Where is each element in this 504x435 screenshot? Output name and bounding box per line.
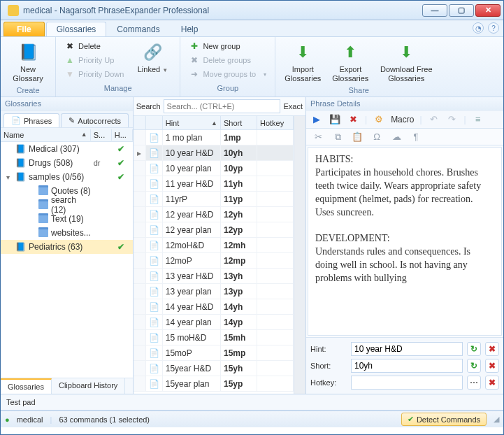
macro-button[interactable]: Macro (391, 115, 414, 124)
paragraph-icon[interactable]: ≡ (472, 113, 484, 126)
bottomtab-glossaries[interactable]: Glossaries (1, 378, 52, 394)
delete-button[interactable]: ✖Delete (62, 40, 127, 52)
grid-row[interactable]: 📄11 year H&D11yh (134, 176, 294, 192)
hint-input[interactable] (351, 342, 463, 356)
cloud-icon[interactable]: ☁ (390, 131, 403, 143)
priority-up-button[interactable]: ▲Priority Up (62, 54, 127, 66)
hotkey-browse-icon[interactable]: ⋯ (467, 376, 481, 390)
grid-row[interactable]: 📄15 moH&D15mh (134, 330, 294, 345)
row-handle[interactable] (134, 161, 146, 176)
col-h[interactable]: H... (112, 129, 133, 141)
col-hint[interactable]: Hint (166, 119, 180, 127)
tab-glossaries[interactable]: Glossaries (46, 22, 107, 36)
grid-row[interactable]: 📄12moH&D12mh (134, 238, 294, 253)
row-handle[interactable] (134, 376, 146, 391)
grid-row[interactable]: ▸📄10 year H&D10yh (134, 145, 294, 161)
style-icon[interactable]: ◔ (473, 22, 484, 34)
omega-icon[interactable]: Ω (370, 131, 383, 143)
row-handle[interactable] (134, 207, 146, 222)
subtab-phrases[interactable]: 📄Phrases (3, 113, 59, 127)
grid-row[interactable]: 📄12 year plan12yp (134, 222, 294, 238)
tree-item[interactable]: Text (19) (1, 212, 133, 226)
test-pad[interactable]: Test pad (1, 394, 503, 411)
copy-icon[interactable]: ⧉ (331, 131, 344, 143)
grid-row[interactable]: 📄10 year plan10yp (134, 161, 294, 176)
grid-row[interactable]: 📄1 mo plan1mp (134, 130, 294, 145)
delete-icon[interactable]: ✖ (347, 113, 359, 126)
paste-icon[interactable]: 📋 (351, 131, 363, 143)
tree-item[interactable]: 📘Medical (307)✔ (1, 142, 133, 156)
exact-label[interactable]: Exact (283, 102, 303, 110)
row-handle[interactable] (134, 176, 146, 191)
short-input[interactable] (351, 359, 463, 373)
pilcrow-icon[interactable]: ¶ (410, 131, 422, 143)
hotkey-input[interactable] (351, 376, 463, 390)
grid-row[interactable]: 📄15year H&D15yh (134, 361, 294, 376)
grid-scrollbar[interactable] (294, 116, 305, 394)
grid-row[interactable]: 📄11yrP11yp (134, 192, 294, 207)
grid-row[interactable]: 📄13 year plan13yp (134, 284, 294, 299)
tab-commands[interactable]: Commands (106, 22, 170, 36)
tab-file[interactable]: File (3, 22, 45, 36)
row-handle[interactable] (134, 315, 146, 329)
row-handle[interactable] (134, 330, 146, 345)
delete-groups-button[interactable]: ✖Delete groups (186, 54, 269, 66)
tree-item[interactable]: websites... (1, 226, 133, 240)
row-handle[interactable] (134, 299, 146, 314)
row-handle[interactable] (134, 361, 146, 376)
row-handle[interactable] (134, 130, 146, 145)
minimize-button[interactable]: — (422, 4, 447, 17)
hotkey-cancel-icon[interactable]: ✖ (485, 376, 499, 390)
tree-item[interactable]: ▾📘samples (0/56)✔ (1, 170, 133, 184)
tree-item[interactable]: 📘Drugs (508)dr✔ (1, 156, 133, 170)
col-hotkey[interactable]: Hotkey (257, 116, 294, 129)
row-handle[interactable]: ▸ (134, 145, 146, 160)
short-cancel-icon[interactable]: ✖ (485, 359, 499, 373)
tree-item[interactable]: search (12) (1, 198, 133, 212)
hint-accept-icon[interactable]: ↻ (467, 342, 481, 356)
new-glossary-button[interactable]: 📘 New Glossary (6, 40, 50, 85)
row-handle[interactable] (134, 284, 146, 299)
linked-button[interactable]: 🔗 Linked ▼ (131, 40, 174, 76)
tab-help[interactable]: Help (171, 22, 209, 36)
grid-row[interactable]: 📄12 year H&D12yh (134, 207, 294, 222)
grid-row[interactable]: 📄14 year plan14yp (134, 315, 294, 330)
subtab-autocorrects[interactable]: ✎Autocorrects (61, 113, 129, 127)
col-short[interactable]: Short (221, 116, 257, 129)
gear-icon[interactable]: ⚙ (373, 113, 385, 126)
grid-row[interactable]: 📄15moP15mp (134, 345, 294, 361)
export-glossaries-button[interactable]: ⬆ Export Glossaries (329, 40, 372, 85)
short-accept-icon[interactable]: ↻ (467, 359, 481, 373)
priority-down-button[interactable]: ▼Priority Down (62, 68, 127, 80)
download-glossaries-button[interactable]: ⬇ Download Free Glossaries (376, 40, 436, 85)
undo-icon[interactable]: ↶ (428, 113, 440, 126)
bottomtab-clipboard[interactable]: Clipboard History (52, 378, 125, 394)
row-handle[interactable] (134, 238, 146, 252)
redo-icon[interactable]: ↷ (446, 113, 459, 126)
col-name[interactable]: Name (3, 131, 24, 139)
grid-row[interactable]: 📄15year plan15yp (134, 376, 294, 392)
row-handle[interactable] (134, 269, 146, 283)
resize-grip-icon[interactable]: ◢ (494, 415, 499, 424)
search-input[interactable] (164, 99, 281, 113)
grid-row[interactable]: 📄14 year H&D14yh (134, 299, 294, 315)
move-groups-button[interactable]: ➜Move groups to ▾ (186, 68, 269, 80)
new-group-button[interactable]: ✚New group (186, 40, 269, 52)
expand-icon[interactable]: ▾ (3, 173, 12, 181)
col-s[interactable]: S... (91, 129, 112, 141)
glossary-tree[interactable]: 📘Medical (307)✔📘Drugs (508)dr✔▾📘samples … (1, 142, 133, 378)
row-handle[interactable] (134, 253, 146, 268)
phrase-grid[interactable]: 📄1 mo plan1mp▸📄10 year H&D10yh📄10 year p… (134, 130, 294, 394)
save-icon[interactable]: 💾 (329, 113, 341, 126)
detect-commands-button[interactable]: ✔ Detect Commands (401, 413, 487, 426)
row-handle[interactable] (134, 192, 146, 206)
tree-item[interactable]: 📘Pediatrics (63)✔ (1, 240, 133, 254)
row-handle[interactable] (134, 345, 146, 360)
phrase-content[interactable]: HABITS: Participates in household chores… (308, 147, 502, 336)
maximize-button[interactable]: ▢ (449, 4, 474, 17)
close-button[interactable]: ✕ (475, 4, 501, 17)
row-handle[interactable] (134, 222, 146, 237)
hint-cancel-icon[interactable]: ✖ (485, 342, 499, 356)
play-icon[interactable]: ▶ (310, 113, 323, 126)
cut-icon[interactable]: ✂ (312, 131, 324, 143)
